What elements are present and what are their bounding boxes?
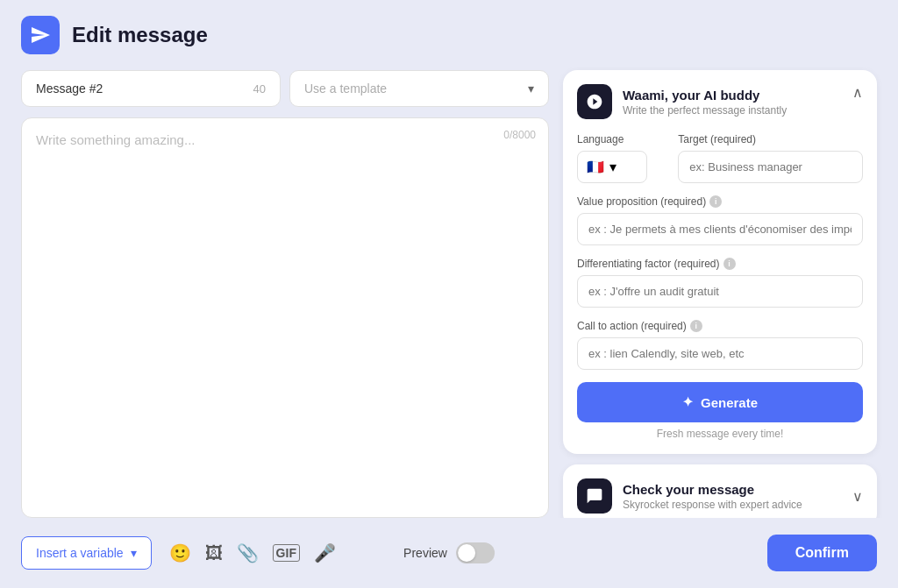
robot-icon (586, 93, 603, 110)
confirm-button[interactable]: Confirm (767, 535, 877, 571)
cta-group: Call to action (required) i (577, 320, 863, 370)
sparkle-icon: ✦ (682, 394, 694, 410)
chat-icon (586, 487, 603, 505)
ai-buddy-icon (577, 84, 612, 119)
right-panel: Waami, your AI buddy Write the perfect m… (563, 70, 877, 518)
preview-label: Preview (403, 546, 447, 560)
value-proposition-input[interactable] (577, 213, 863, 245)
target-label: Target (required) (678, 133, 863, 145)
paper-plane-icon (30, 25, 51, 46)
message-name-box: Message #2 40 (21, 70, 281, 107)
template-placeholder: Use a template (304, 81, 387, 96)
chevron-down-icon: ▾ (528, 81, 534, 96)
generate-button[interactable]: ✦ Generate (577, 382, 863, 422)
message-area[interactable]: 0/8000 Write something amazing... (21, 117, 549, 518)
cta-input[interactable] (577, 337, 863, 370)
main-layout: Message #2 40 Use a template ▾ 0/8000 Wr… (0, 70, 898, 518)
info-icon: i (709, 195, 722, 208)
value-proposition-group: Value proposition (required) i (577, 195, 863, 245)
ai-buddy-text: Waami, your AI buddy Write the perfect m… (623, 88, 787, 117)
message-placeholder: Write something amazing... (36, 132, 195, 147)
check-card-left: Check your message Skyrocket response wi… (577, 478, 802, 514)
cta-label: Call to action (required) i (577, 320, 863, 332)
ai-buddy-card: Waami, your AI buddy Write the perfect m… (563, 70, 877, 454)
header: Edit message (0, 0, 898, 70)
chevron-down-icon-2: ▾ (131, 546, 137, 560)
ai-buddy-header: Waami, your AI buddy Write the perfect m… (577, 84, 863, 119)
insert-variable-label: Insert a variable (36, 546, 124, 560)
value-proposition-label: Value proposition (required) i (577, 195, 863, 208)
message-count: 40 (253, 82, 266, 96)
insert-variable-button[interactable]: Insert a variable ▾ (21, 536, 152, 570)
language-selector[interactable]: 🇫🇷 ▾ (577, 151, 647, 183)
differentiating-input[interactable] (577, 275, 863, 308)
flag-icon: 🇫🇷 (587, 159, 604, 175)
char-count: 0/8000 (503, 129, 536, 141)
toggle-thumb (458, 544, 475, 562)
check-card-title: Check your message (623, 482, 802, 497)
check-card-text: Check your message Skyrocket response wi… (623, 482, 802, 511)
info-icon-2: i (723, 258, 736, 270)
app-icon (21, 16, 60, 54)
info-icon-3: i (690, 320, 702, 332)
lang-chevron-icon: ▾ (609, 159, 616, 175)
target-input[interactable] (678, 151, 863, 183)
emoji-icon[interactable]: 🙂 (169, 542, 191, 563)
microphone-icon[interactable]: 🎤 (314, 542, 336, 563)
bottom-icons: 🙂 🖼 📎 GIF 🎤 (169, 542, 336, 563)
image-icon[interactable]: 🖼 (205, 543, 223, 563)
check-icon-box (577, 478, 612, 514)
ai-buddy-subtitle: Write the perfect message instantly (623, 104, 787, 117)
expand-icon: ∨ (852, 488, 863, 505)
bottom-toolbar: Insert a variable ▾ 🙂 🖼 📎 GIF 🎤 Preview … (0, 518, 898, 588)
bottom-left: Insert a variable ▾ 🙂 🖼 📎 GIF 🎤 (21, 536, 336, 570)
left-panel: Message #2 40 Use a template ▾ 0/8000 Wr… (21, 70, 549, 518)
preview-toggle[interactable] (456, 542, 495, 563)
ai-buddy-header-left: Waami, your AI buddy Write the perfect m… (577, 84, 787, 119)
differentiating-group: Differentiating factor (required) i (577, 258, 863, 308)
preview-section: Preview (403, 542, 495, 563)
target-col: Target (required) (678, 133, 863, 183)
page-title: Edit message (72, 23, 208, 47)
language-label: Language (577, 133, 669, 145)
gif-icon[interactable]: GIF (273, 544, 300, 562)
generate-label: Generate (701, 395, 758, 410)
check-card-subtitle: Skyrocket response with expert advice (623, 499, 802, 511)
template-dropdown[interactable]: Use a template ▾ (289, 70, 549, 107)
generate-subtitle: Fresh message every time! (577, 428, 863, 440)
top-bar: Message #2 40 Use a template ▾ (21, 70, 549, 107)
ai-buddy-title: Waami, your AI buddy (623, 88, 787, 103)
language-target-row: Language 🇫🇷 ▾ Target (required) (577, 133, 863, 183)
message-name: Message #2 (36, 81, 103, 96)
attachment-icon[interactable]: 📎 (237, 542, 259, 563)
language-col: Language 🇫🇷 ▾ (577, 133, 669, 183)
differentiating-label: Differentiating factor (required) i (577, 258, 863, 270)
collapse-icon[interactable]: ∧ (852, 84, 863, 101)
